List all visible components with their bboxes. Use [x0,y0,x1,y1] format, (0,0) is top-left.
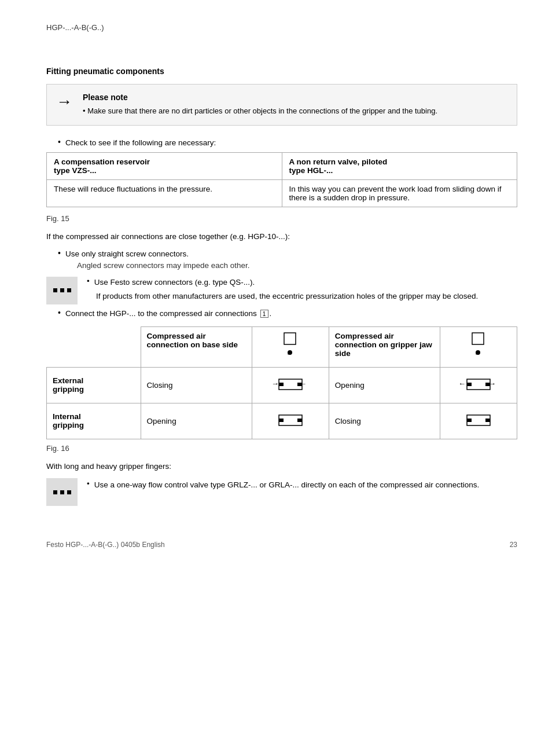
internal-gripping-row: Internal gripping Opening Closing [47,403,517,439]
external-gripping-row: External gripping Closing → ← Opening [47,367,517,403]
bullet-1-sub: Angled screw connectors may impede each … [77,260,250,271]
compressed-air-intro: If the compressed air connections are cl… [46,231,517,243]
empty-cell [47,326,141,367]
external-gripping-label: External gripping [47,367,141,403]
bullet-1: • Use only straight screw connectors. An… [46,248,517,274]
svg-rect-18 [297,419,302,422]
bullet-2-container: • Use Festo screw connectors (e.g. type … [46,277,517,304]
svg-rect-17 [279,419,284,422]
svg-rect-7 [279,383,284,386]
col-header-1: A compensation reservoir type VZS-... [47,152,282,179]
note-arrow-icon: → [56,94,72,110]
internal-gripping-label: Internal gripping [47,403,141,439]
note-bullet-1: • Make sure that there are no dirt parti… [83,105,437,117]
dot-6 [67,490,71,494]
external-gripper-svg: ← → [458,370,499,399]
external-base-action: Closing [141,367,252,403]
last-bullet-main: Use a one-way flow control valve type GR… [94,479,480,491]
svg-text:←: ← [458,379,466,388]
base-side-header: Compressed air connection on base side [141,326,252,367]
bullet-2-main: Use Festo screw connectors (e.g. type QS… [94,277,255,288]
svg-text:←: ← [299,379,307,388]
fig15-label: Fig. 15 [46,214,517,223]
internal-base-action: Opening [141,403,252,439]
footer-left: Festo HGP-...-A-B(-G..) 0405b English [46,541,165,549]
col-cell-1: These will reduce fluctuations in the pr… [47,179,282,207]
last-bullet-container: • Use a one-way flow control valve type … [46,478,517,506]
col-cell-2: In this way you can prevent the work loa… [282,179,517,207]
dots-icon-2 [46,478,78,506]
internal-gripper-action: Closing [329,403,440,439]
note-title: Please note [83,93,437,102]
svg-text:P: P [476,351,479,356]
svg-text:P: P [288,351,290,356]
fig16-label: Fig. 16 [46,444,517,453]
model-number: HGP-...-A-B(-G..) [46,23,104,32]
bullet-3-main: Connect the HGP-... to the compressed ai… [65,308,271,320]
connection-ref: 1 [260,310,268,318]
gripper-diagram-header: P [440,326,517,367]
dot-2 [60,288,64,292]
check-text: Check to see if the following are necess… [46,137,517,149]
dot-5 [60,490,64,494]
bullet-2-text-block: • Use Festo screw connectors (e.g. type … [87,277,517,303]
internal-base-svg [270,406,311,435]
external-gripper-diagram: ← → [440,367,517,403]
external-base-diagram: → ← [252,367,329,403]
pneumatic-table: Compressed air connection on base side P… [46,326,517,439]
svg-rect-12 [467,383,472,386]
svg-rect-20 [467,419,472,422]
bullet-2-sub: If products from other manufacturers are… [87,291,517,302]
last-bullet: • Use a one-way flow control valve type … [87,479,517,491]
bullet-2: • Use Festo screw connectors (e.g. type … [87,277,517,288]
gripper-jaw-header: Compressed air connection on gripper jaw… [329,326,440,367]
internal-gripper-diagram [440,403,517,439]
note-box: → Please note • Make sure that there are… [46,84,517,126]
external-gripper-action: Opening [329,367,440,403]
col-header-2: A non return valve, piloted type HGL-... [282,152,517,179]
bullet-1-main: Use only straight screw connectors. [65,248,250,260]
dot-1 [53,288,57,292]
section-title: Fitting pneumatic components [46,67,517,76]
note-content: Please note • Make sure that there are n… [83,93,437,117]
comparison-table: A compensation reservoir type VZS-... A … [46,152,517,207]
dots-icon [46,277,78,304]
gripper-connector-svg: P [464,332,493,361]
svg-rect-0 [284,333,296,344]
internal-gripper-svg [458,406,499,435]
footer-right: 23 [510,541,517,549]
svg-text:→: → [271,379,279,388]
page-header: HGP-...-A-B(-G..) [46,23,517,32]
base-connector-svg: P [276,332,305,361]
page-footer: Festo HGP-...-A-B(-G..) 0405b English 23 [46,541,517,549]
internal-base-diagram [252,403,329,439]
svg-text:→: → [488,379,496,388]
svg-rect-21 [485,419,490,422]
external-base-svg: → ← [270,370,311,399]
bullet-3: • Connect the HGP-... to the compressed … [46,308,517,320]
svg-rect-3 [472,333,484,344]
dot-3 [67,288,71,292]
dot-4 [53,490,57,494]
last-bullet-text-block: • Use a one-way flow control valve type … [87,478,517,491]
long-fingers-text: With long and heavy gripper fingers: [46,461,517,472]
base-side-diagram-header: P [252,326,329,367]
